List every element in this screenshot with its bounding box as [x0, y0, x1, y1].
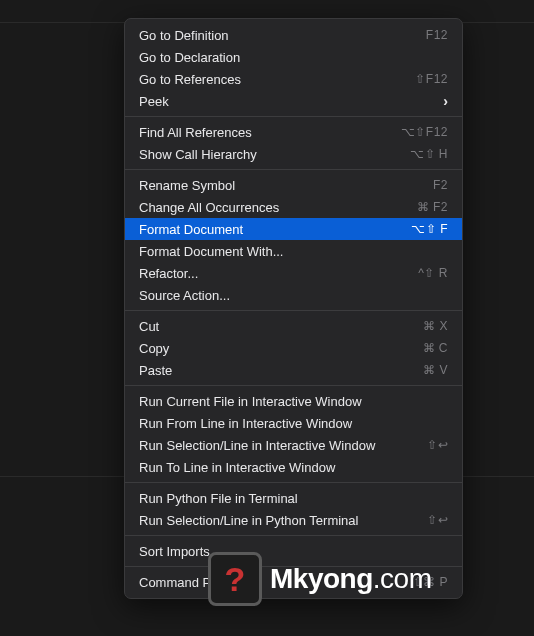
menu-item-label: Find All References	[139, 125, 252, 140]
menu-item-label: Go to References	[139, 72, 241, 87]
menu-separator	[125, 535, 462, 536]
menu-item-label: Run Current File in Interactive Window	[139, 394, 362, 409]
menu-item-label: Sort Imports	[139, 544, 210, 559]
menu-item-shortcut: ⇧F12	[415, 72, 448, 86]
menu-item-copy[interactable]: Copy⌘ C	[125, 337, 462, 359]
menu-item-label: Rename Symbol	[139, 178, 235, 193]
menu-separator	[125, 169, 462, 170]
menu-separator	[125, 482, 462, 483]
menu-item-label: Source Action...	[139, 288, 230, 303]
menu-item-label: Change All Occurrences	[139, 200, 279, 215]
menu-item-shortcut: ⇧↩	[427, 513, 448, 527]
menu-item-label: Run Selection/Line in Interactive Window	[139, 438, 375, 453]
menu-item-go-to-references[interactable]: Go to References⇧F12	[125, 68, 462, 90]
menu-item-label: Run To Line in Interactive Window	[139, 460, 335, 475]
menu-item-run-to-line-interactive[interactable]: Run To Line in Interactive Window	[125, 456, 462, 478]
menu-item-shortcut: ⌘ X	[423, 319, 448, 333]
menu-item-label: Cut	[139, 319, 159, 334]
menu-item-peek[interactable]: Peek›	[125, 90, 462, 112]
menu-item-format-document-with[interactable]: Format Document With...	[125, 240, 462, 262]
menu-item-shortcut: ⌥⇧ F	[411, 222, 448, 236]
menu-item-label: Peek	[139, 94, 169, 109]
menu-item-run-selection-python-terminal[interactable]: Run Selection/Line in Python Terminal⇧↩	[125, 509, 462, 531]
menu-item-shortcut: ⌘ C	[423, 341, 449, 355]
menu-separator	[125, 385, 462, 386]
logo-symbol: ?	[225, 560, 246, 599]
watermark-logo: ? Mkyong.com	[208, 552, 431, 606]
menu-item-shortcut: ⌥⇧F12	[401, 125, 448, 139]
menu-item-label: Format Document With...	[139, 244, 283, 259]
menu-item-go-to-declaration[interactable]: Go to Declaration	[125, 46, 462, 68]
menu-item-run-current-file-interactive[interactable]: Run Current File in Interactive Window	[125, 390, 462, 412]
menu-separator	[125, 116, 462, 117]
menu-item-shortcut: F2	[433, 178, 448, 192]
menu-item-run-from-line-interactive[interactable]: Run From Line in Interactive Window	[125, 412, 462, 434]
menu-item-label: Paste	[139, 363, 172, 378]
menu-item-run-python-file-terminal[interactable]: Run Python File in Terminal	[125, 487, 462, 509]
menu-item-cut[interactable]: Cut⌘ X	[125, 315, 462, 337]
menu-item-shortcut: ⌘ V	[423, 363, 448, 377]
menu-item-shortcut: F12	[426, 28, 448, 42]
logo-icon: ?	[208, 552, 262, 606]
menu-item-label: Format Document	[139, 222, 243, 237]
menu-item-refactor[interactable]: Refactor...^⇧ R	[125, 262, 462, 284]
menu-item-shortcut: ⌥⇧ H	[410, 147, 448, 161]
menu-item-run-selection-interactive[interactable]: Run Selection/Line in Interactive Window…	[125, 434, 462, 456]
menu-item-shortcut: ⌘ F2	[417, 200, 448, 214]
logo-text: Mkyong.com	[270, 563, 431, 595]
menu-item-label: Refactor...	[139, 266, 198, 281]
menu-item-label: Run From Line in Interactive Window	[139, 416, 352, 431]
menu-item-show-call-hierarchy[interactable]: Show Call Hierarchy⌥⇧ H	[125, 143, 462, 165]
menu-item-label: Go to Definition	[139, 28, 229, 43]
menu-item-go-to-definition[interactable]: Go to DefinitionF12	[125, 24, 462, 46]
menu-item-shortcut: ^⇧ R	[418, 266, 448, 280]
menu-item-label: Go to Declaration	[139, 50, 240, 65]
menu-item-shortcut: ⇧↩	[427, 438, 448, 452]
context-menu: Go to DefinitionF12Go to DeclarationGo t…	[124, 18, 463, 599]
menu-separator	[125, 310, 462, 311]
menu-item-label: Show Call Hierarchy	[139, 147, 257, 162]
menu-item-rename-symbol[interactable]: Rename SymbolF2	[125, 174, 462, 196]
menu-item-find-all-references[interactable]: Find All References⌥⇧F12	[125, 121, 462, 143]
menu-item-paste[interactable]: Paste⌘ V	[125, 359, 462, 381]
menu-item-label: Run Python File in Terminal	[139, 491, 298, 506]
menu-item-label: Run Selection/Line in Python Terminal	[139, 513, 358, 528]
menu-item-change-all-occurrences[interactable]: Change All Occurrences⌘ F2	[125, 196, 462, 218]
menu-item-label: Copy	[139, 341, 169, 356]
chevron-right-icon: ›	[443, 93, 448, 109]
menu-item-source-action[interactable]: Source Action...	[125, 284, 462, 306]
menu-item-format-document[interactable]: Format Document⌥⇧ F	[125, 218, 462, 240]
